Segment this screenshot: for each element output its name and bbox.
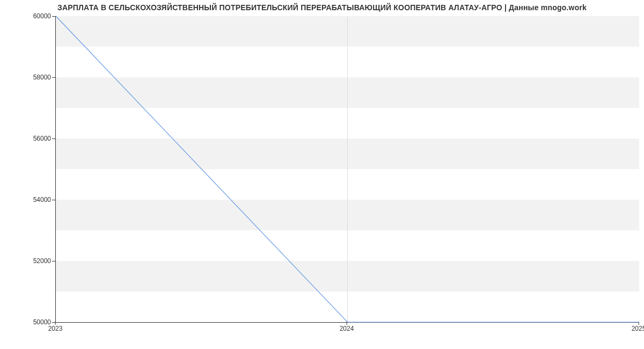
y-tick-label: 50000 [19,318,51,326]
x-tick-label: 2025 [632,325,644,332]
chart-title: ЗАРПЛАТА В СЕЛЬСКОХОЗЯЙСТВЕННЫЙ ПОТРЕБИТ… [0,3,644,12]
x-tick-label: 2023 [48,325,63,332]
data-line [56,16,639,322]
plot-area [55,16,639,323]
y-tick-label: 58000 [19,74,51,81]
x-tick-label: 2024 [340,325,354,332]
y-tick-label: 60000 [19,12,51,20]
y-tick-label: 54000 [19,196,51,203]
y-tick-label: 52000 [19,257,51,265]
y-tick-label: 56000 [19,135,51,142]
salary-line-chart: ЗАРПЛАТА В СЕЛЬСКОХОЗЯЙСТВЕННЫЙ ПОТРЕБИТ… [0,0,644,349]
